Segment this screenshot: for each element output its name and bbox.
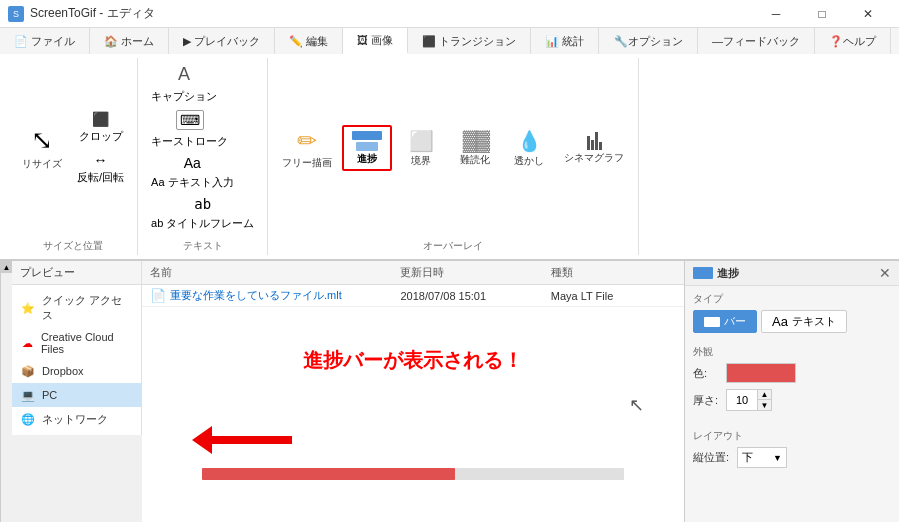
thickness-up-button[interactable]: ▲ bbox=[757, 390, 771, 400]
tab-playback[interactable]: ▶ プレイバック bbox=[169, 28, 275, 54]
cinegraph-button[interactable]: シネマグラフ bbox=[558, 129, 630, 167]
sidebar: ⭐ クイック アクセス ☁ Creative Cloud Files 📦 Dro… bbox=[12, 285, 142, 435]
file-list: 📄 重要な作業をしているファイル.mlt 2018/07/08 15:01 Ma… bbox=[142, 285, 684, 522]
ribbon-content: ⤡ リサイズ ⬛ クロップ ↔ 反転/回転 サイズと位置 bbox=[0, 54, 899, 260]
sidebar-item-dropbox[interactable]: 📦 Dropbox bbox=[12, 359, 141, 383]
home-tab-icon: 🏠 bbox=[104, 35, 118, 48]
scroll-track bbox=[1, 273, 12, 522]
panel-layout-section: レイアウト 縦位置: 下 ▼ bbox=[685, 423, 899, 480]
tab-options[interactable]: 🔧 オプション bbox=[600, 28, 698, 54]
tab-transition[interactable]: ⬛ トランジション bbox=[408, 28, 531, 54]
panel-header: 進捗 ✕ bbox=[685, 261, 899, 286]
file-tab-label: ファイル bbox=[31, 34, 75, 49]
sidebar-item-quick-access[interactable]: ⭐ クイック アクセス bbox=[12, 289, 141, 327]
caption-button[interactable]: A キャプション bbox=[146, 62, 222, 106]
minimize-button[interactable]: ─ bbox=[753, 0, 799, 28]
keystroke-icon: ⌨ bbox=[176, 110, 204, 130]
file-icon: 📄 bbox=[150, 288, 166, 303]
vertical-position-select[interactable]: 下 ▼ bbox=[737, 447, 787, 468]
keystroke-button[interactable]: ⌨ キーストローク bbox=[146, 108, 233, 151]
tab-help[interactable]: ❓ ヘルプ bbox=[815, 28, 891, 54]
titleframe-button[interactable]: ab ab タイトルフレーム bbox=[146, 194, 259, 233]
tab-feedback[interactable]: — フィードバック bbox=[698, 28, 815, 54]
window-controls: ─ □ ✕ bbox=[753, 0, 891, 28]
thickness-value[interactable] bbox=[727, 392, 757, 408]
ribbon-group-size: ⤡ リサイズ ⬛ クロップ ↔ 反転/回転 サイズと位置 bbox=[8, 58, 138, 255]
dropbox-icon: 📦 bbox=[20, 363, 36, 379]
thickness-arrows: ▲ ▼ bbox=[757, 390, 771, 410]
textinput-button[interactable]: Aa Aa テキスト入力 bbox=[146, 153, 239, 192]
image-tab-icon: 🖼 bbox=[357, 34, 368, 46]
home-tab-label: ホーム bbox=[121, 34, 154, 49]
stats-tab-icon: 📊 bbox=[545, 35, 559, 48]
file-tab-icon: 📄 bbox=[14, 35, 28, 48]
progress-overlay-text: 進捗バーが表示される！ bbox=[303, 349, 523, 371]
progress-icon bbox=[352, 131, 382, 151]
watermark-button[interactable]: 💧 透かし bbox=[504, 126, 554, 170]
sidebar-item-creative-cloud[interactable]: ☁ Creative Cloud Files bbox=[12, 327, 141, 359]
resize-button[interactable]: ⤡ リサイズ bbox=[16, 122, 68, 173]
freedraw-button[interactable]: ✏ フリー描画 bbox=[276, 124, 338, 172]
close-button[interactable]: ✕ bbox=[845, 0, 891, 28]
transition-tab-icon: ⬛ bbox=[422, 35, 436, 48]
title-bar-left: S ScreenToGif - エディタ bbox=[8, 5, 155, 22]
flip-button[interactable]: ↔ 反転/回転 bbox=[72, 149, 129, 188]
panel-title-text: 進捗 bbox=[717, 266, 739, 281]
panel-title-icon bbox=[693, 267, 713, 279]
table-row[interactable]: 📄 重要な作業をしているファイル.mlt 2018/07/08 15:01 Ma… bbox=[142, 285, 684, 307]
arrow-head-icon bbox=[192, 426, 212, 454]
obfuscate-button[interactable]: ▓▓ 難読化 bbox=[450, 126, 500, 169]
edit-tab-label: 編集 bbox=[306, 34, 328, 49]
border-icon: ⬜ bbox=[409, 129, 434, 153]
sidebar-container: プレビュー ⭐ クイック アクセス ☁ Creative Cloud Files… bbox=[12, 261, 142, 522]
arrow-body bbox=[212, 436, 292, 444]
thickness-input[interactable]: ▲ ▼ bbox=[726, 389, 772, 411]
sidebar-item-network[interactable]: 🌐 ネットワーク bbox=[12, 407, 141, 431]
scroll-up-button[interactable]: ▲ bbox=[1, 261, 12, 273]
progress-track bbox=[202, 468, 624, 480]
cinegraph-icon bbox=[587, 132, 602, 150]
panel-appearance-section: 外観 色: 厚さ: ▲ ▼ bbox=[685, 339, 899, 423]
panel-type-section: タイプ バー Aa テキスト bbox=[685, 286, 899, 339]
network-icon: 🌐 bbox=[20, 411, 36, 427]
select-chevron-down-icon: ▼ bbox=[773, 453, 782, 463]
crop-icon: ⬛ bbox=[92, 111, 109, 127]
titleframe-icon: ab bbox=[194, 196, 211, 212]
file-header: 名前 更新日時 種類 bbox=[142, 261, 684, 285]
panel-close-button[interactable]: ✕ bbox=[879, 265, 891, 281]
ribbon-group-text: A キャプション ⌨ キーストローク Aa Aa テキスト入力 ab ab タイ… bbox=[138, 58, 268, 255]
cursor-indicator: ↖ bbox=[172, 394, 644, 416]
obfuscate-icon: ▓▓ bbox=[463, 129, 488, 152]
main-area: ▲ ▼ プレビュー ⭐ クイック アクセス ☁ Creative Cloud F… bbox=[0, 261, 899, 522]
app-title: ScreenToGif - エディタ bbox=[30, 5, 155, 22]
tab-edit[interactable]: ✏️ 編集 bbox=[275, 28, 343, 54]
title-bar: S ScreenToGif - エディタ ─ □ ✕ bbox=[0, 0, 899, 28]
progress-fill bbox=[202, 468, 455, 480]
image-tab-label: 画像 bbox=[371, 33, 393, 48]
crop-button[interactable]: ⬛ クロップ bbox=[72, 108, 129, 147]
right-panel: 進捗 ✕ タイプ バー Aa テキスト bbox=[684, 261, 899, 522]
color-swatch[interactable] bbox=[726, 363, 796, 383]
tab-image[interactable]: 🖼 画像 bbox=[343, 28, 408, 54]
bar-icon bbox=[704, 317, 720, 327]
thickness-down-button[interactable]: ▼ bbox=[757, 400, 771, 410]
progress-button[interactable]: 進捗 bbox=[342, 125, 392, 171]
left-scrollbar[interactable]: ▲ ▼ bbox=[0, 261, 12, 522]
tab-home[interactable]: 🏠 ホーム bbox=[90, 28, 169, 54]
maximize-button[interactable]: □ bbox=[799, 0, 845, 28]
type-selector: バー Aa テキスト bbox=[693, 310, 891, 333]
content-area: プレビュー ⭐ クイック アクセス ☁ Creative Cloud Files… bbox=[12, 261, 899, 522]
border-button[interactable]: ⬜ 境界 bbox=[396, 126, 446, 170]
ribbon-group-overlay: ✏ フリー描画 進捗 ⬜ 境界 ▓▓ 難読化 bbox=[268, 58, 639, 255]
transition-tab-label: トランジション bbox=[439, 34, 516, 49]
edit-tab-icon: ✏️ bbox=[289, 35, 303, 48]
type-text-button[interactable]: Aa テキスト bbox=[761, 310, 847, 333]
watermark-icon: 💧 bbox=[517, 129, 542, 153]
ribbon: 📄 ファイル 🏠 ホーム ▶ プレイバック ✏️ 編集 🖼 画像 ⬛ トランジ bbox=[0, 28, 899, 261]
tab-stats[interactable]: 📊 統計 bbox=[531, 28, 599, 54]
preview-label: プレビュー bbox=[12, 261, 142, 285]
tab-file[interactable]: 📄 ファイル bbox=[0, 28, 90, 54]
sidebar-item-pc[interactable]: 💻 PC bbox=[12, 383, 141, 407]
type-bar-button[interactable]: バー bbox=[693, 310, 757, 333]
playback-tab-label: プレイバック bbox=[194, 34, 260, 49]
